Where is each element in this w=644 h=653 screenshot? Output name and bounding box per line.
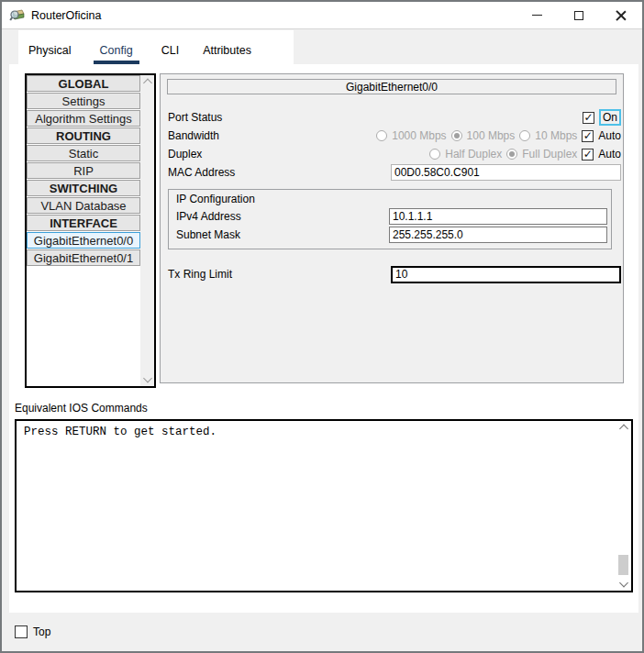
bandwidth-100-radio[interactable]: [451, 130, 462, 141]
window-title: RouterOficina: [31, 9, 101, 22]
top-checkbox[interactable]: [15, 625, 28, 638]
subnet-mask-row: Subnet Mask: [176, 226, 607, 243]
tab-config[interactable]: Config: [94, 36, 139, 64]
full-duplex-label: Full Duplex: [522, 148, 577, 160]
bandwidth-auto-checkbox[interactable]: [582, 130, 594, 142]
duplex-auto-label: Auto: [598, 148, 621, 160]
tx-ring-limit-input[interactable]: [391, 266, 621, 283]
bandwidth-row: Bandwidth 1000 Mbps 100 Mbps 10 Mbps Aut…: [168, 127, 621, 145]
footer-bar: Top: [2, 613, 642, 651]
sidebar-item-static[interactable]: Static: [27, 145, 140, 161]
console-scroll-down-icon[interactable]: [619, 579, 628, 588]
interface-settings-panel: GigabitEthernet0/0 Port Status On Bandwi…: [160, 73, 624, 383]
close-button[interactable]: [600, 2, 642, 28]
ip-configuration-group: IP Configuration IPv4 Address Subnet Mas…: [168, 189, 612, 249]
tab-bar: Physical Config CLI Attributes: [2, 30, 642, 64]
half-duplex-radio[interactable]: [429, 149, 440, 160]
port-status-checkbox[interactable]: [583, 112, 594, 124]
packet-tracer-device-icon: [9, 7, 26, 24]
bandwidth-label: Bandwidth: [168, 129, 219, 142]
maximize-button[interactable]: [558, 2, 600, 28]
tab-attributes[interactable]: Attributes: [201, 36, 253, 64]
close-icon: [616, 10, 627, 21]
minimize-button[interactable]: [516, 2, 558, 28]
ios-commands-console[interactable]: Press RETURN to get started.: [15, 419, 633, 592]
sidebar-item-vlan-database[interactable]: VLAN Database: [27, 197, 140, 214]
sidebar-scrollbar[interactable]: [140, 75, 154, 386]
minimize-icon: [532, 15, 542, 16]
mac-address-row: MAC Address: [168, 163, 621, 182]
ipv4-address-input[interactable]: [389, 208, 607, 225]
sidebar-item-gigabitethernet0-0[interactable]: GigabitEthernet0/0: [27, 232, 140, 249]
bandwidth-auto-label: Auto: [598, 129, 621, 142]
config-sidebar: GLOBAL Settings Algorithm Settings ROUTI…: [25, 73, 156, 388]
port-status-label: Port Status: [168, 111, 222, 124]
duplex-label: Duplex: [168, 148, 202, 160]
maximize-icon: [574, 11, 583, 20]
ipv4-address-label: IPv4 Address: [176, 210, 241, 223]
bandwidth-1000-radio[interactable]: [376, 130, 387, 141]
tab-physical[interactable]: Physical: [27, 36, 73, 64]
mac-address-input[interactable]: [391, 164, 621, 181]
half-duplex-label: Half Duplex: [445, 148, 502, 160]
ip-configuration-title: IP Configuration: [176, 192, 607, 206]
full-duplex-radio[interactable]: [506, 149, 517, 160]
tab-block: Physical Config CLI Attributes: [18, 30, 294, 64]
sidebar-button-list: GLOBAL Settings Algorithm Settings ROUTI…: [27, 75, 140, 386]
scroll-up-icon[interactable]: [143, 79, 152, 88]
interface-panel-title: GigabitEthernet0/0: [167, 79, 616, 94]
sidebar-header-switching[interactable]: SWITCHING: [27, 180, 140, 196]
bandwidth-10-radio[interactable]: [519, 130, 530, 141]
router-config-window: RouterOficina Physical Config CLI Attrib…: [0, 0, 644, 653]
config-tab-page: GLOBAL Settings Algorithm Settings ROUTI…: [9, 64, 638, 616]
duplex-row: Duplex Half Duplex Full Duplex Auto: [168, 145, 621, 163]
console-scrollbar-thumb[interactable]: [618, 555, 628, 575]
sidebar-header-interface[interactable]: INTERFACE: [27, 215, 140, 231]
sidebar-header-global[interactable]: GLOBAL: [27, 75, 140, 92]
subnet-mask-input[interactable]: [389, 227, 607, 243]
bandwidth-1000-label: 1000 Mbps: [392, 129, 446, 142]
mac-address-label: MAC Address: [168, 166, 235, 179]
port-status-row: Port Status On: [168, 108, 621, 127]
equivalent-ios-commands-label: Equivalent IOS Commands: [15, 402, 148, 415]
title-bar: RouterOficina: [2, 2, 642, 29]
scroll-down-icon[interactable]: [143, 374, 152, 383]
tx-ring-limit-label: Tx Ring Limit: [168, 268, 232, 281]
top-checkbox-label: Top: [33, 625, 50, 638]
port-status-on-label: On: [599, 109, 621, 126]
subnet-mask-label: Subnet Mask: [176, 228, 240, 241]
sidebar-header-routing[interactable]: ROUTING: [27, 127, 140, 144]
tab-cli[interactable]: CLI: [160, 36, 181, 64]
sidebar-item-gigabitethernet0-1[interactable]: GigabitEthernet0/1: [27, 249, 140, 266]
sidebar-item-algorithm-settings[interactable]: Algorithm Settings: [27, 110, 140, 127]
sidebar-item-rip[interactable]: RIP: [27, 162, 140, 179]
duplex-auto-checkbox[interactable]: [582, 149, 594, 160]
sidebar-item-settings[interactable]: Settings: [27, 93, 140, 109]
bandwidth-100-label: 100 Mbps: [467, 129, 516, 142]
bandwidth-10-label: 10 Mbps: [535, 129, 577, 142]
console-scroll-up-icon[interactable]: [619, 425, 628, 434]
console-output: Press RETURN to get started.: [17, 421, 631, 443]
ipv4-address-row: IPv4 Address: [176, 207, 607, 225]
tx-ring-limit-row: Tx Ring Limit: [168, 265, 621, 283]
console-scrollbar[interactable]: [616, 421, 631, 591]
